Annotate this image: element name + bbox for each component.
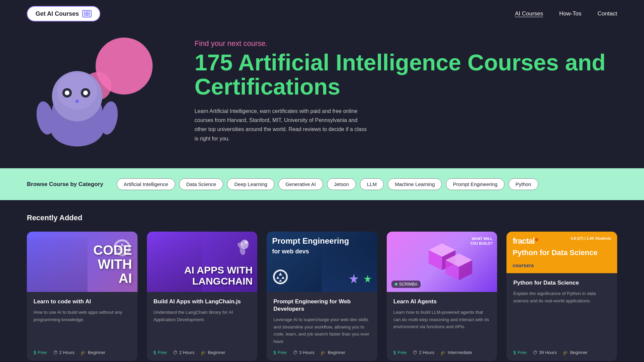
course-card-langchain[interactable]: AI APPS WITHLANGCHAIN Build AI Apps with…	[147, 232, 258, 361]
get-ai-courses-button[interactable]: Get AI Courses	[27, 6, 100, 21]
dollar-icon-2: $	[154, 350, 156, 355]
svg-point-13	[83, 90, 88, 95]
hero-description: Learn Artificial Intelligence, earn cert…	[195, 107, 369, 143]
hero-section: Find your next course. 175 Artificial In…	[0, 27, 644, 155]
dollar-icon: $	[34, 350, 36, 355]
tag-jetson[interactable]: Jetson	[327, 178, 356, 190]
card-title-langchain: Build AI Apps with LangChain.js	[154, 298, 251, 305]
price-prompt-eng: $ Free	[273, 350, 287, 355]
hero-title: 175 Artificial Intelligence Courses and …	[195, 51, 617, 99]
duration-code-ai: ⏱ 2 Hours	[53, 350, 75, 355]
fractal-course-title: Python for Data Science	[513, 248, 611, 257]
category-label: Browse Course by Category	[27, 181, 103, 188]
logo-label: Get AI Courses	[36, 10, 79, 17]
card-thumbnail-code-ai: CODEWITHAI	[27, 232, 138, 292]
course-card-python-ds[interactable]: fractal 4.9 (27) | 1.4K Students Python …	[506, 232, 617, 361]
svg-point-11	[65, 90, 69, 95]
build-overlay: WHAT WILLYOU BUILD?	[470, 236, 492, 246]
card-desc-prompt-eng: Leverage AI to supercharge your web dev …	[273, 316, 371, 345]
level-python-ds: 🎓 Beginner	[563, 350, 588, 355]
duration-langchain: ⏱ 2 Hours	[173, 350, 195, 355]
grad-icon-3: 🎓	[320, 350, 326, 355]
fractal-card-title-area: Python for Data Science	[506, 246, 617, 262]
tag-data-science[interactable]: Data Science	[179, 178, 223, 190]
card-meta-ai-agents: $ Free ⏱ 2 Hours 🎓 Intermediate	[393, 350, 491, 355]
hero-robot-illustration	[0, 34, 174, 148]
card-body-prompt-eng: Prompt Engineering for Web Developers Le…	[267, 292, 377, 361]
card-body-langchain: Build AI Apps with LangChain.js Understa…	[147, 292, 258, 361]
scrimba-logo: SCRIMBA	[391, 281, 421, 288]
card-desc-code-ai: How to use AI to build web apps without …	[34, 309, 131, 345]
price-code-ai: $ Free	[34, 350, 47, 355]
dollar-icon-3: $	[273, 350, 276, 355]
fractal-rating: 4.9 (27) | 1.4K Students	[571, 236, 611, 240]
price-langchain: $ Free	[154, 350, 167, 355]
clock-icon-2: ⏱	[173, 350, 177, 355]
card-title-ai-agents: Learn AI Agents	[393, 298, 491, 305]
card-title-code-ai: Learn to code with AI	[34, 298, 131, 305]
card-title-prompt-eng: Prompt Engineering for Web Developers	[273, 298, 371, 313]
card-thumbnail-prompt-eng: Prompt Engineeringfor web devs	[267, 232, 377, 292]
card-body-ai-agents: Learn AI Agents Learn how to build LLM-p…	[387, 292, 497, 361]
fractal-logo: fractal	[513, 236, 538, 246]
course-card-code-ai[interactable]: CODEWITHAI Learn to code with AI How to …	[27, 232, 138, 361]
hero-subtitle: Find your next course.	[195, 39, 617, 48]
tag-prompt-engineering[interactable]: Prompt Engineering	[446, 178, 504, 190]
card-meta-langchain: $ Free ⏱ 2 Hours 🎓 Beginner	[154, 350, 251, 355]
level-ai-agents: 🎓 Intermediate	[440, 350, 472, 355]
card-thumbnail-langchain: AI APPS WITHLANGCHAIN	[147, 232, 258, 292]
svg-rect-2	[84, 14, 87, 16]
card-meta-python-ds: $ Free ⏱ 39 Hours 🎓 Beginner	[513, 350, 610, 355]
card-meta-code-ai: $ Free ⏱ 2 Hours 🎓 Beginner	[34, 350, 131, 355]
card-body-code-ai: Learn to code with AI How to use AI to b…	[27, 292, 138, 361]
grad-icon-2: 🎓	[201, 350, 206, 355]
price-python-ds: $ Free	[513, 350, 527, 355]
courses-grid: CODEWITHAI Learn to code with AI How to …	[27, 232, 617, 361]
card-desc-ai-agents: Learn how to build LLM-powered agents th…	[393, 309, 491, 345]
svg-rect-0	[84, 12, 87, 13]
svg-rect-1	[87, 12, 90, 13]
price-ai-agents: $ Free	[393, 350, 407, 355]
nav-contact[interactable]: Contact	[597, 10, 617, 17]
card-meta-prompt-eng: $ Free ⏱ 3 Hours 🎓 Beginner	[273, 350, 371, 355]
tag-deep-learning[interactable]: Deep Learning	[227, 178, 274, 190]
card-thumbnail-ai-agents: WHAT WILLYOU BUILD? SCRIMBA	[387, 232, 497, 292]
svg-point-18	[245, 241, 248, 244]
grad-icon: 🎓	[80, 350, 86, 355]
fractal-card-header: fractal 4.9 (27) | 1.4K Students	[506, 232, 617, 246]
tag-generative-ai[interactable]: Generative AI	[278, 178, 323, 190]
navbar: Get AI Courses AI Courses How-Tos Contac…	[0, 0, 644, 27]
clock-icon-4: ⏱	[413, 350, 417, 355]
clock-icon-3: ⏱	[293, 350, 298, 355]
clock-icon: ⏱	[53, 350, 58, 355]
level-langchain: 🎓 Beginner	[201, 350, 225, 355]
tag-llm[interactable]: LLM	[360, 178, 384, 190]
nav-how-tos[interactable]: How-Tos	[559, 10, 581, 17]
recently-added-section: Recently Added CODEWITHAI Learn to code …	[0, 200, 644, 362]
category-tags: Artificial Intelligence Data Science Dee…	[117, 178, 538, 190]
tag-ai[interactable]: Artificial Intelligence	[117, 178, 175, 190]
category-bar: Browse Course by Category Artificial Int…	[0, 168, 644, 200]
coursera-provider: coursera	[506, 262, 617, 273]
level-prompt-eng: 🎓 Beginner	[320, 350, 345, 355]
duration-prompt-eng: ⏱ 3 Hours	[293, 350, 315, 355]
tag-machine-learning[interactable]: Machine Learning	[388, 178, 442, 190]
tag-python[interactable]: Python	[508, 178, 538, 190]
duration-python-ds: ⏱ 39 Hours	[533, 350, 557, 355]
nav-ai-courses[interactable]: AI Courses	[515, 10, 543, 17]
duration-ai-agents: ⏱ 2 Hours	[413, 350, 434, 355]
level-code-ai: 🎓 Beginner	[80, 350, 105, 355]
grad-icon-5: 🎓	[563, 350, 569, 355]
svg-rect-3	[87, 14, 90, 16]
hero-text: Find your next course. 175 Artificial In…	[174, 39, 617, 143]
course-card-prompt-eng[interactable]: Prompt Engineeringfor web devs	[267, 232, 377, 361]
card-desc-langchain: Understand the LangChain library for AI …	[154, 309, 251, 345]
clock-icon-5: ⏱	[533, 350, 537, 355]
grad-icon-4: 🎓	[440, 350, 446, 355]
svg-point-14	[75, 100, 79, 103]
section-title: Recently Added	[27, 214, 617, 222]
course-card-ai-agents[interactable]: WHAT WILLYOU BUILD? SCRIMBA Learn AI Age…	[387, 232, 497, 361]
card-desc-python-ds: Explain the significance of Python in da…	[513, 290, 610, 345]
card-title-python-ds: Python for Data Science	[513, 279, 610, 287]
card-body-python-ds: Python for Data Science Explain the sign…	[506, 273, 617, 361]
